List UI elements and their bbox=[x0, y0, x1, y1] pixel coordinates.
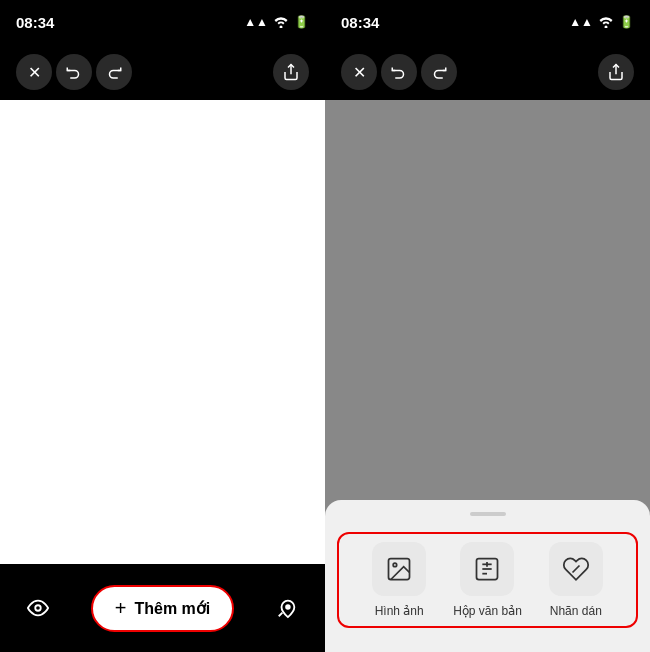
textbox-icon-box bbox=[460, 542, 514, 596]
svg-point-6 bbox=[393, 563, 397, 567]
left-bottom-toolbar: + Thêm mới bbox=[0, 564, 325, 652]
image-icon-box bbox=[372, 542, 426, 596]
sticker-label: Nhãn dán bbox=[550, 604, 602, 618]
left-toolbar: ✕ bbox=[0, 44, 325, 100]
fill-button[interactable] bbox=[269, 590, 305, 626]
left-time: 08:34 bbox=[16, 14, 54, 31]
close-button[interactable]: ✕ bbox=[16, 54, 52, 90]
right-share-button[interactable] bbox=[598, 54, 634, 90]
undo-button[interactable] bbox=[56, 54, 92, 90]
right-status-bar: 08:34 ▲▲ 🔋 bbox=[325, 0, 650, 44]
sheet-items-container: Hình ảnh Hộp văn bản bbox=[337, 532, 638, 628]
eye-button[interactable] bbox=[20, 590, 56, 626]
bottom-sheet: Hình ảnh Hộp văn bản bbox=[325, 500, 650, 652]
plus-icon: + bbox=[115, 597, 127, 620]
share-button[interactable] bbox=[273, 54, 309, 90]
wifi-icon bbox=[273, 14, 289, 31]
svg-point-2 bbox=[286, 605, 290, 609]
sheet-item-image[interactable]: Hình ảnh bbox=[363, 542, 435, 618]
right-signal-icon: ▲▲ bbox=[569, 15, 593, 29]
right-phone-panel: 08:34 ▲▲ 🔋 ✕ bbox=[325, 0, 650, 652]
left-canvas bbox=[0, 100, 325, 564]
sheet-handle bbox=[470, 512, 506, 516]
image-label: Hình ảnh bbox=[375, 604, 424, 618]
sheet-item-sticker[interactable]: Nhãn dán bbox=[540, 542, 612, 618]
right-status-icons: ▲▲ 🔋 bbox=[569, 14, 634, 31]
battery-icon: 🔋 bbox=[294, 15, 309, 29]
textbox-label: Hộp văn bản bbox=[453, 604, 522, 618]
add-new-button[interactable]: + Thêm mới bbox=[91, 585, 234, 632]
right-undo-button[interactable] bbox=[381, 54, 417, 90]
left-phone-panel: 08:34 ▲▲ 🔋 ✕ bbox=[0, 0, 325, 652]
svg-point-1 bbox=[35, 605, 41, 611]
right-wifi-icon bbox=[598, 14, 614, 31]
left-status-bar: 08:34 ▲▲ 🔋 bbox=[0, 0, 325, 44]
left-toolbar-left: ✕ bbox=[16, 54, 132, 90]
left-status-icons: ▲▲ 🔋 bbox=[244, 14, 309, 31]
right-time: 08:34 bbox=[341, 14, 379, 31]
svg-line-3 bbox=[279, 613, 283, 617]
signal-icon: ▲▲ bbox=[244, 15, 268, 29]
sticker-icon-box bbox=[549, 542, 603, 596]
right-toolbar-left: ✕ bbox=[341, 54, 457, 90]
redo-button[interactable] bbox=[96, 54, 132, 90]
right-toolbar: ✕ bbox=[325, 44, 650, 100]
right-redo-button[interactable] bbox=[421, 54, 457, 90]
right-close-button[interactable]: ✕ bbox=[341, 54, 377, 90]
add-label: Thêm mới bbox=[134, 599, 210, 618]
right-battery-icon: 🔋 bbox=[619, 15, 634, 29]
sheet-item-textbox[interactable]: Hộp văn bản bbox=[451, 542, 523, 618]
